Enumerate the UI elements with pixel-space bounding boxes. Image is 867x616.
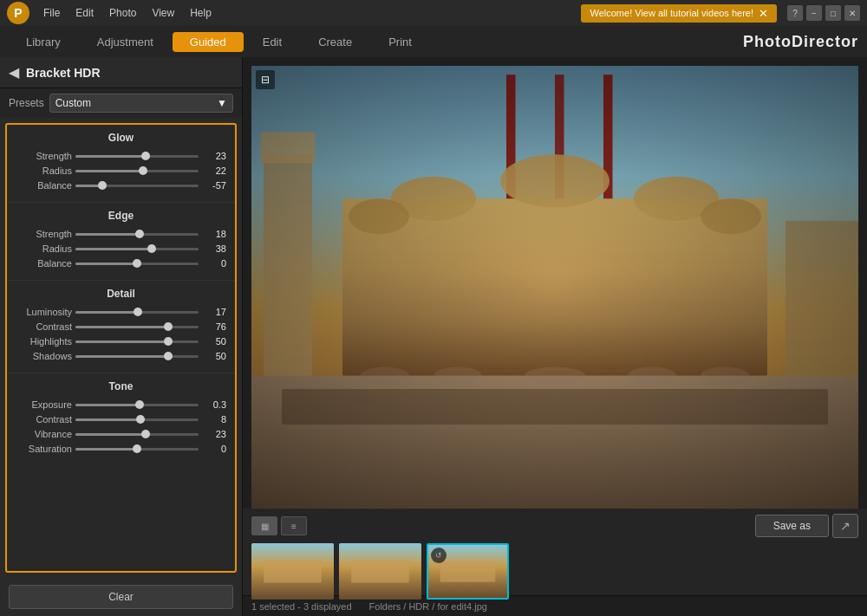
right-panel: ⊟ ▦ ≡ Save as ↗ <box>243 57 867 616</box>
list-view-button[interactable]: ≡ <box>281 516 307 535</box>
detail-highlights-row: Highlights 50 <box>16 336 226 347</box>
tone-vibrance-value: 23 <box>202 429 226 439</box>
detail-section: Detail Luminosity 17 Contrast 76 <box>7 281 235 373</box>
edge-strength-row: Strength 18 <box>16 229 226 239</box>
left-panel: ◀ Bracket HDR Presets Custom ▼ Glow Stre… <box>0 57 243 616</box>
tone-saturation-label: Saturation <box>16 444 72 454</box>
bottom-controls: ▦ ≡ Save as ↗ <box>251 514 858 538</box>
tone-exposure-slider[interactable] <box>75 404 199 406</box>
minimize-button[interactable]: − <box>806 5 822 21</box>
image-area: ⊟ <box>243 57 867 509</box>
grid-view-button[interactable]: ▦ <box>251 516 277 535</box>
panel-title: Bracket HDR <box>26 66 101 80</box>
tab-adjustment[interactable]: Adjustment <box>80 32 171 52</box>
tone-saturation-slider[interactable] <box>75 448 199 451</box>
tone-section: Tone Exposure 0.3 Contrast 8 <box>7 373 235 465</box>
detail-title: Detail <box>16 288 226 300</box>
glow-strength-label: Strength <box>16 151 72 161</box>
view-window-icon[interactable]: ⊟ <box>256 70 275 89</box>
tab-library[interactable]: Library <box>9 32 78 52</box>
help-button[interactable]: ? <box>787 5 803 21</box>
adjustments-area: Glow Strength 23 Radius 22 <box>5 123 237 573</box>
titlebar-controls: ? − □ ✕ <box>787 5 860 21</box>
save-as-button[interactable]: Save as <box>755 515 829 537</box>
edge-strength-slider[interactable] <box>75 233 199 236</box>
glow-radius-slider[interactable] <box>75 170 199 172</box>
tab-edit[interactable]: Edit <box>245 32 299 52</box>
list-view-icon: ≡ <box>291 522 297 531</box>
presets-label: Presets <box>9 97 44 109</box>
tone-exposure-label: Exposure <box>16 399 72 410</box>
tone-vibrance-label: Vibrance <box>16 429 72 439</box>
panel-header: ◀ Bracket HDR <box>0 57 242 88</box>
detail-shadows-row: Shadows 50 <box>16 351 226 361</box>
detail-luminosity-row: Luminosity 17 <box>16 307 226 317</box>
menu-file[interactable]: File <box>36 5 67 21</box>
edge-radius-slider[interactable] <box>75 248 199 250</box>
detail-highlights-slider[interactable] <box>75 340 199 343</box>
tone-contrast-row: Contrast 8 <box>16 414 226 425</box>
detail-contrast-value: 76 <box>202 321 226 332</box>
notification-text: Welcome! View all tutorial videos here! <box>590 8 753 18</box>
app-title: PhotoDirector <box>743 33 858 51</box>
tone-title: Tone <box>16 380 226 392</box>
presets-dropdown[interactable]: Custom ▼ <box>49 94 233 113</box>
detail-highlights-label: Highlights <box>16 336 72 347</box>
glow-section: Glow Strength 23 Radius 22 <box>7 125 235 203</box>
status-bar: 1 selected - 3 displayed Folders / HDR /… <box>243 595 867 616</box>
thumb-badge: ↺ <box>431 548 447 563</box>
menu-photo[interactable]: Photo <box>102 5 143 21</box>
notification-close-button[interactable]: ✕ <box>759 7 768 20</box>
tone-contrast-label: Contrast <box>16 414 72 425</box>
nav-tabs: Library Adjustment Guided Edit Create Pr… <box>0 26 867 57</box>
glow-balance-row: Balance -57 <box>16 180 226 191</box>
detail-luminosity-label: Luminosity <box>16 307 72 317</box>
menu-view[interactable]: View <box>145 5 181 21</box>
edge-balance-value: 0 <box>202 258 226 269</box>
notification-bar: Welcome! View all tutorial videos here! … <box>581 4 777 23</box>
glow-strength-row: Strength 23 <box>16 151 226 161</box>
glow-balance-slider[interactable] <box>75 185 199 187</box>
presets-arrow-icon: ▼ <box>217 97 227 109</box>
export-button[interactable]: ↗ <box>832 514 858 538</box>
edge-strength-label: Strength <box>16 229 72 239</box>
tab-print[interactable]: Print <box>371 32 429 52</box>
edge-section: Edge Strength 18 Radius 38 <box>7 203 235 281</box>
tone-exposure-value: 0.3 <box>202 399 226 410</box>
back-button[interactable]: ◀ <box>9 64 19 81</box>
app-logo: P <box>7 2 29 24</box>
tab-guided[interactable]: Guided <box>173 32 244 52</box>
tone-vibrance-row: Vibrance 23 <box>16 429 226 439</box>
tone-contrast-slider[interactable] <box>75 418 199 421</box>
detail-contrast-slider[interactable] <box>75 326 199 328</box>
detail-contrast-row: Contrast 76 <box>16 321 226 332</box>
edge-title: Edge <box>16 210 226 222</box>
edge-balance-slider[interactable] <box>75 263 199 265</box>
edge-radius-value: 38 <box>202 243 226 254</box>
edge-radius-label: Radius <box>16 243 72 254</box>
glow-strength-slider[interactable] <box>75 155 199 158</box>
glow-balance-value: -57 <box>202 180 226 191</box>
main-area: ◀ Bracket HDR Presets Custom ▼ Glow Stre… <box>0 57 867 616</box>
menu-edit[interactable]: Edit <box>68 5 101 21</box>
detail-shadows-value: 50 <box>202 351 226 361</box>
glow-radius-value: 22 <box>202 165 226 176</box>
tone-vibrance-slider[interactable] <box>75 433 199 436</box>
tab-create[interactable]: Create <box>301 32 369 52</box>
glow-radius-row: Radius 22 <box>16 165 226 176</box>
detail-luminosity-value: 17 <box>202 307 226 317</box>
close-button[interactable]: ✕ <box>844 5 860 21</box>
thumbnail-2[interactable] <box>339 543 421 600</box>
detail-luminosity-slider[interactable] <box>75 311 199 314</box>
menu-bar: File Edit Photo View Help <box>36 5 218 21</box>
view-controls: ⊟ <box>256 70 275 89</box>
clear-button[interactable]: Clear <box>9 585 233 609</box>
maximize-button[interactable]: □ <box>825 5 841 21</box>
menu-help[interactable]: Help <box>183 5 218 21</box>
presets-row: Presets Custom ▼ <box>0 88 242 118</box>
thumbnail-1[interactable] <box>251 543 334 600</box>
edge-balance-label: Balance <box>16 258 72 269</box>
tone-exposure-row: Exposure 0.3 <box>16 399 226 410</box>
thumbnail-3-selected[interactable]: ↺ <box>427 543 509 600</box>
detail-shadows-slider[interactable] <box>75 355 199 358</box>
